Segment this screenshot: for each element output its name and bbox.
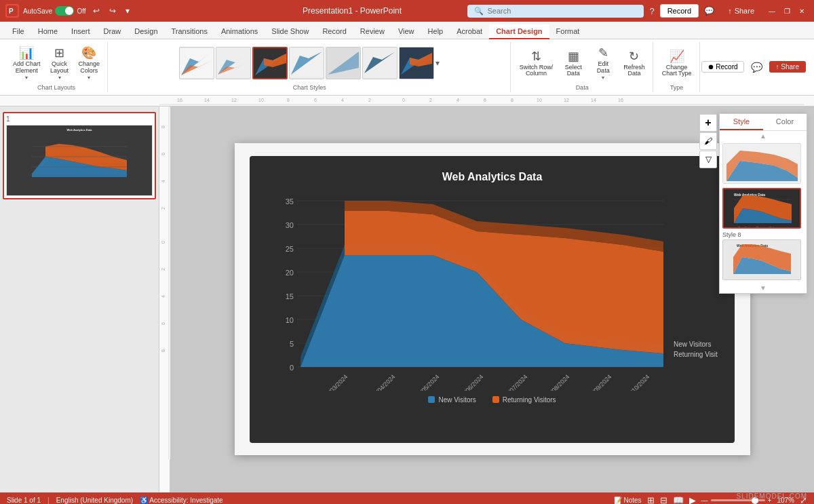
toolbar-undo[interactable]: ↩ bbox=[90, 5, 102, 17]
title-bar-right: 🔍 ? Record 💬 ↑ Share — ❐ ✕ bbox=[467, 4, 809, 18]
svg-text:01/09/2024: 01/09/2024 bbox=[587, 373, 613, 391]
svg-text:8: 8 bbox=[161, 349, 166, 352]
reading-view-icon[interactable]: 📖 bbox=[673, 495, 684, 504]
record-ribbon-button[interactable]: ⏺ Record bbox=[701, 61, 744, 73]
style-thumb-2-selected[interactable]: Web Analytics Data ● New Visitors ● Retu… bbox=[722, 188, 801, 229]
data-group-label: Data bbox=[576, 83, 589, 91]
add-element-panel-icon[interactable]: + bbox=[699, 114, 717, 132]
chart-design-panel: + 🖌 ▽ Style Color ▲ bbox=[719, 113, 807, 294]
normal-view-icon[interactable]: ⊞ bbox=[647, 495, 655, 504]
style-option-8[interactable]: Web Analytics Data bbox=[720, 239, 807, 283]
quick-layout-icon: ⊞ bbox=[54, 45, 64, 60]
edit-data-icon: ✎ bbox=[598, 45, 608, 60]
tab-view[interactable]: View bbox=[391, 24, 421, 39]
style-option-1[interactable] bbox=[720, 141, 807, 186]
styles-scroll-down[interactable]: ▾ bbox=[435, 58, 440, 68]
style-option-2[interactable]: Web Analytics Data ● New Visitors ● Retu… bbox=[720, 186, 807, 231]
style-thumb-1[interactable] bbox=[722, 143, 801, 184]
search-bar[interactable]: 🔍 bbox=[467, 5, 644, 18]
change-chart-type-button[interactable]: 📈 ChangeChart Type bbox=[659, 47, 695, 80]
refresh-data-icon: ↻ bbox=[629, 49, 639, 64]
tab-color[interactable]: Color bbox=[763, 114, 807, 130]
slide-thumbnail-1[interactable]: 1 Web Analytics Data bbox=[3, 112, 156, 199]
svg-text:4: 4 bbox=[161, 180, 166, 182]
toolbar-more[interactable]: ▾ bbox=[123, 5, 132, 17]
minimize-button[interactable]: — bbox=[765, 4, 779, 18]
tab-home[interactable]: Home bbox=[31, 24, 64, 39]
file-name: Presentation1 - PowerPoint bbox=[303, 6, 402, 16]
panel-scroll-down[interactable]: ▼ bbox=[720, 283, 807, 293]
tab-help[interactable]: Help bbox=[421, 24, 450, 39]
record-button[interactable]: Record bbox=[660, 4, 699, 18]
style-thumb-8[interactable]: Web Analytics Data bbox=[722, 239, 801, 280]
chart-style-6[interactable] bbox=[362, 47, 398, 79]
svg-text:01/06/2024: 01/06/2024 bbox=[459, 373, 485, 391]
chart-style-1[interactable] bbox=[179, 47, 214, 79]
office-icon: P bbox=[5, 4, 19, 18]
close-button[interactable]: ✕ bbox=[795, 4, 809, 18]
tab-draw[interactable]: Draw bbox=[97, 24, 128, 39]
add-chart-element-button[interactable]: 📊 Add ChartElement ▾ bbox=[9, 43, 44, 83]
slide-content: Web Analytics Data bbox=[235, 143, 750, 455]
autosave-toggle[interactable] bbox=[55, 6, 74, 16]
tab-transitions[interactable]: Transitions bbox=[165, 24, 214, 39]
quick-layout-button[interactable]: ⊞ QuickLayout ▾ bbox=[47, 43, 73, 83]
svg-text:16: 16 bbox=[618, 98, 623, 102]
chart-style-3[interactable] bbox=[252, 47, 288, 79]
switch-icon: ⇅ bbox=[531, 49, 541, 64]
select-data-button[interactable]: ▦ SelectData bbox=[560, 47, 586, 80]
tab-review[interactable]: Review bbox=[353, 24, 391, 39]
autosave-label: AutoSave bbox=[23, 7, 52, 15]
chart-layouts-content: 📊 Add ChartElement ▾ ⊞ QuickLayout ▾ 🎨 C… bbox=[9, 43, 103, 83]
svg-text:01/03/2024: 01/03/2024 bbox=[323, 373, 349, 391]
chart-style-2[interactable] bbox=[216, 47, 251, 79]
svg-text:6: 6 bbox=[314, 98, 317, 102]
svg-text:01/05/2024: 01/05/2024 bbox=[414, 373, 441, 391]
toolbar-redo[interactable]: ↪ bbox=[106, 5, 119, 17]
legend-returning-visitors: Returning Visitors bbox=[492, 396, 556, 404]
change-chart-type-label: ChangeChart Type bbox=[662, 64, 692, 78]
autosave-state: Off bbox=[77, 7, 85, 15]
notes-button[interactable]: 📝 Notes bbox=[614, 497, 642, 504]
chat-icon[interactable]: 💬 bbox=[701, 5, 717, 17]
svg-text:01/10/2024: 01/10/2024 bbox=[625, 373, 651, 391]
tab-record[interactable]: Record bbox=[315, 24, 353, 39]
chart-style-4[interactable] bbox=[289, 47, 324, 79]
slide-sorter-icon[interactable]: ⊟ bbox=[660, 495, 667, 504]
tab-style[interactable]: Style bbox=[720, 114, 763, 130]
zoom-out-icon[interactable]: — bbox=[701, 497, 708, 504]
tab-chart-design[interactable]: Chart Design bbox=[489, 24, 549, 39]
tab-animations[interactable]: Animations bbox=[214, 24, 265, 39]
slideshow-icon[interactable]: ▶ bbox=[689, 495, 696, 504]
tab-slideshow[interactable]: Slide Show bbox=[265, 24, 315, 39]
restore-button[interactable]: ❐ bbox=[780, 4, 794, 18]
style-panel-icon[interactable]: 🖌 bbox=[699, 132, 717, 150]
slide-canvas[interactable]: Web Analytics Data bbox=[235, 143, 750, 455]
search-input[interactable] bbox=[487, 7, 623, 15]
panel-scroll-up[interactable]: ▲ bbox=[720, 131, 807, 141]
tab-insert[interactable]: Insert bbox=[64, 24, 97, 39]
share-ribbon-button[interactable]: ↑ Share bbox=[769, 61, 806, 73]
language-indicator[interactable]: English (United Kingdom) bbox=[56, 497, 133, 504]
switch-row-column-button[interactable]: ⇅ Switch Row/Column bbox=[516, 47, 557, 80]
help-icon[interactable]: ? bbox=[646, 5, 657, 18]
change-colors-dropdown-arrow: ▾ bbox=[88, 75, 90, 81]
tab-file[interactable]: File bbox=[5, 24, 31, 39]
refresh-data-button[interactable]: ↻ RefreshData bbox=[620, 47, 648, 80]
tab-format[interactable]: Format bbox=[549, 24, 587, 39]
main-chart-svg: 0 5 10 15 20 25 30 35 bbox=[256, 187, 718, 391]
comment-icon[interactable]: 💬 bbox=[748, 60, 765, 74]
panel-action-icons: + 🖌 ▽ bbox=[699, 114, 717, 168]
tab-design[interactable]: Design bbox=[128, 24, 164, 39]
share-button[interactable]: ↑ Share bbox=[720, 4, 762, 18]
chart-wrapper[interactable]: Web Analytics Data bbox=[250, 156, 734, 443]
chart-style-7[interactable] bbox=[399, 47, 434, 79]
main-area: 1 Web Analytics Data bbox=[0, 106, 814, 492]
edit-data-button[interactable]: ✎ EditData ▾ bbox=[590, 43, 616, 83]
vertical-ruler-svg: 8 6 4 2 0 2 4 6 8 bbox=[159, 106, 170, 459]
accessibility-indicator[interactable]: ♿ Accessibility: Investigate bbox=[140, 497, 223, 504]
chart-style-5[interactable] bbox=[326, 47, 361, 79]
tab-acrobat[interactable]: Acrobat bbox=[450, 24, 489, 39]
filter-panel-icon[interactable]: ▽ bbox=[699, 151, 717, 168]
change-colors-button[interactable]: 🎨 ChangeColors ▾ bbox=[75, 43, 104, 83]
